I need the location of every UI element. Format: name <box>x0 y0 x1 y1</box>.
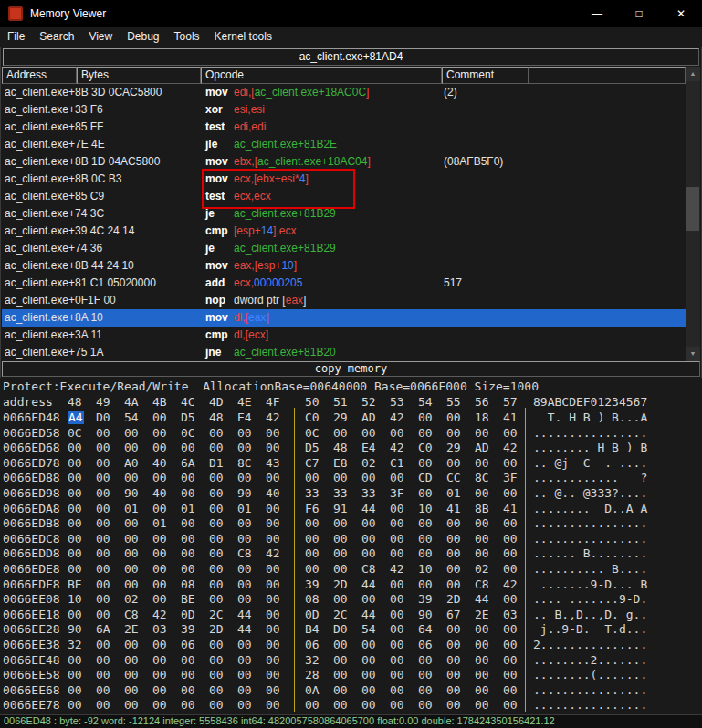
hex-byte[interactable]: 00 <box>181 471 209 486</box>
hex-byte[interactable]: 00 <box>181 546 209 562</box>
hex-byte[interactable]: 00 <box>305 532 333 547</box>
minimize-button[interactable]: — <box>576 0 618 27</box>
hex-byte[interactable]: 00 <box>475 486 503 502</box>
hex-byte[interactable]: 00 <box>96 653 124 669</box>
hex-byte[interactable]: 00 <box>152 441 181 456</box>
hex-byte[interactable]: 0D <box>181 608 209 623</box>
hex-byte[interactable]: 39 <box>305 577 333 593</box>
hex-byte[interactable]: 01 <box>181 502 209 517</box>
hex-byte[interactable]: 00 <box>209 653 237 669</box>
hex-byte[interactable]: 00 <box>209 426 237 442</box>
hex-byte[interactable]: A0 <box>124 456 152 472</box>
hex-row[interactable]: 0066EE5800000000000000002800000000000000… <box>0 668 702 683</box>
disasm-row[interactable]: ac_client.exe+85 C9testecx,ecx <box>2 188 686 205</box>
hex-byte[interactable]: 54 <box>124 411 152 426</box>
hex-byte[interactable]: 44 <box>361 577 390 593</box>
hex-byte[interactable]: 00 <box>361 546 390 562</box>
hex-byte[interactable]: 00 <box>361 592 390 608</box>
hex-byte[interactable]: 00 <box>124 426 152 442</box>
hex-byte[interactable]: 44 <box>237 622 266 638</box>
hex-byte[interactable]: 00 <box>333 532 361 547</box>
hex-byte[interactable]: 00 <box>390 668 418 683</box>
hex-byte[interactable]: 00 <box>446 426 475 442</box>
hex-byte[interactable]: 00 <box>124 532 152 547</box>
hex-byte[interactable]: 00 <box>266 532 294 547</box>
hex-byte[interactable]: 42 <box>503 577 531 593</box>
hex-byte[interactable]: 00 <box>361 532 390 547</box>
hex-byte[interactable]: 00 <box>305 698 333 713</box>
hex-row[interactable]: 0066EDC800000000000000000000000000000000… <box>0 532 702 547</box>
hex-byte[interactable]: 8B <box>475 502 503 517</box>
hex-byte[interactable]: 01 <box>124 502 152 517</box>
hex-byte[interactable]: 00 <box>96 638 124 653</box>
hex-byte[interactable]: 00 <box>333 471 361 486</box>
hex-byte[interactable]: 00 <box>475 426 503 442</box>
hex-byte[interactable]: 67 <box>446 608 475 623</box>
hex-byte[interactable]: CD <box>418 471 446 486</box>
hex-byte[interactable]: 28 <box>305 668 333 683</box>
hex-byte[interactable]: 00 <box>390 516 418 532</box>
hex-byte[interactable]: 00 <box>503 426 531 442</box>
hex-byte[interactable]: 00 <box>68 471 96 486</box>
hex-byte[interactable]: 00 <box>390 698 418 713</box>
hex-byte[interactable]: 03 <box>503 608 531 623</box>
hex-byte[interactable]: D5 <box>305 441 333 456</box>
hex-byte[interactable]: 00 <box>305 516 333 532</box>
scrollbar-thumb[interactable] <box>686 187 699 231</box>
disasm-row[interactable]: ac_client.exe+8B 0C B3movecx,[ebx+esi*4] <box>2 171 686 188</box>
hex-byte[interactable]: C0 <box>418 441 446 456</box>
hex-byte[interactable]: 00 <box>266 592 294 608</box>
disasm-address-header[interactable]: ac_client.exe+81AD4 <box>3 48 699 66</box>
hex-byte[interactable]: 00 <box>266 441 294 456</box>
hex-byte[interactable]: 00 <box>152 562 181 577</box>
hex-byte[interactable]: 00 <box>446 638 475 653</box>
hex-byte[interactable]: 00 <box>181 486 209 502</box>
hex-byte[interactable]: 90 <box>237 486 266 502</box>
hex-byte[interactable]: 00 <box>305 546 333 562</box>
hex-byte[interactable]: 00 <box>446 532 475 547</box>
hex-byte[interactable]: AD <box>475 441 503 456</box>
hex-byte[interactable]: 00 <box>237 577 266 593</box>
hex-byte[interactable]: 00 <box>503 516 531 532</box>
hex-byte[interactable]: 0C <box>305 426 333 442</box>
hex-byte[interactable]: 00 <box>333 516 361 532</box>
hex-byte[interactable]: 00 <box>124 698 152 713</box>
hex-byte[interactable]: 00 <box>390 577 418 593</box>
hex-byte[interactable]: 00 <box>209 668 237 683</box>
hex-byte[interactable]: 54 <box>361 622 390 638</box>
hex-byte[interactable]: 41 <box>446 502 475 517</box>
hex-byte[interactable]: 00 <box>124 577 152 593</box>
hex-byte[interactable]: 00 <box>418 516 446 532</box>
hex-byte[interactable]: 00 <box>181 683 209 699</box>
hex-byte[interactable]: 2E <box>124 622 152 638</box>
hex-byte[interactable]: 00 <box>503 456 531 472</box>
hex-byte[interactable]: 2D <box>446 592 475 608</box>
hex-byte[interactable]: 01 <box>446 486 475 502</box>
hex-byte[interactable]: 00 <box>266 608 294 623</box>
hex-byte[interactable]: 29 <box>446 441 475 456</box>
hex-byte[interactable]: 00 <box>68 502 96 517</box>
hex-byte[interactable]: 00 <box>266 516 294 532</box>
hex-byte[interactable]: 0C <box>181 426 209 442</box>
hex-byte[interactable]: 00 <box>333 653 361 669</box>
hex-byte[interactable]: 00 <box>96 668 124 683</box>
hex-byte[interactable]: 00 <box>418 668 446 683</box>
hex-byte[interactable]: 06 <box>305 638 333 653</box>
hex-byte[interactable]: 02 <box>475 562 503 577</box>
hex-byte[interactable]: 00 <box>181 441 209 456</box>
hex-byte[interactable]: 44 <box>361 608 390 623</box>
hex-byte[interactable]: 00 <box>68 532 96 547</box>
hex-byte[interactable]: 00 <box>124 441 152 456</box>
hex-byte[interactable]: 2D <box>209 622 237 638</box>
hex-byte[interactable]: 00 <box>209 638 237 653</box>
hex-byte[interactable]: F6 <box>305 502 333 517</box>
hex-byte[interactable]: 2C <box>209 608 237 623</box>
hex-byte[interactable]: 03 <box>152 622 181 638</box>
hex-byte[interactable]: 10 <box>418 562 446 577</box>
hex-byte[interactable]: 40 <box>266 486 294 502</box>
disasm-row[interactable]: ac_client.exe+33 F6xoresi,esi <box>2 101 686 119</box>
hex-byte[interactable]: 00 <box>152 577 181 593</box>
hex-byte[interactable]: 00 <box>333 668 361 683</box>
hex-byte[interactable]: 08 <box>181 577 209 593</box>
hex-byte[interactable]: 00 <box>237 426 266 442</box>
